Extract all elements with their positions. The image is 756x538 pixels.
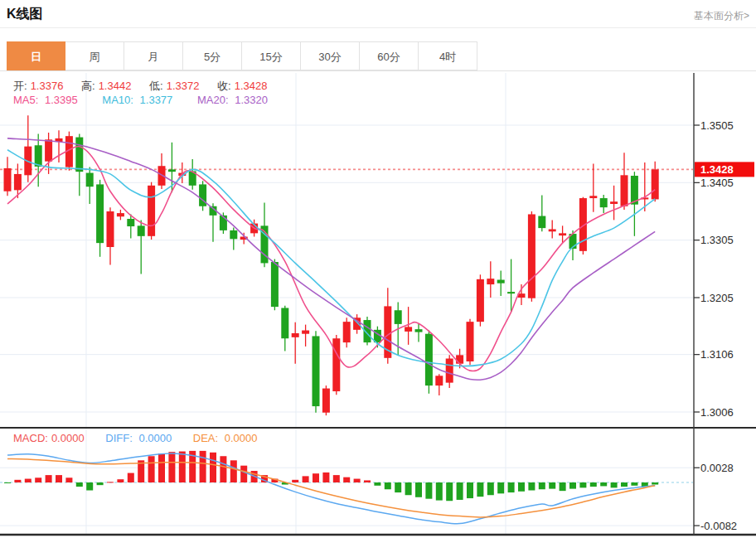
price-axis-label: 1.3305 — [700, 234, 734, 246]
ma20-value: 1.3320 — [235, 94, 268, 106]
diff-value: 0.0000 — [138, 432, 172, 444]
ma-legend: MA5: 1.3395 MA10: 1.3377 MA20: 1.3320 — [13, 94, 274, 106]
ma10-label: MA10: — [102, 94, 133, 106]
gridlines — [0, 73, 693, 535]
macd-axis-label: 0.0028 — [700, 462, 734, 474]
price-axis-label: 1.3205 — [700, 292, 734, 304]
ma20-label: MA20: — [197, 94, 229, 106]
ohlc-legend: 开:1.3376 高:1.3442 低:1.3372 收:1.3428 — [13, 79, 282, 94]
ma5-label: MA5: — [13, 94, 38, 106]
macd-label: MACD: — [13, 432, 48, 444]
dea-label: DEA: — [193, 432, 218, 444]
current-price-tag-value: 1.3428 — [700, 163, 734, 176]
high-label: 高: — [81, 80, 95, 92]
open-value: 1.3376 — [31, 80, 64, 92]
price-axis-label: 1.3006 — [700, 406, 734, 419]
close-value: 1.3428 — [235, 80, 268, 92]
macd-axis-label: -0.0082 — [700, 520, 737, 532]
kline-app: K线图 基本面分析> 日 周 月 5分 15分 30分 60分 4时 1.350… — [0, 0, 756, 538]
diff-label: DIFF: — [105, 432, 133, 444]
ma5-line — [7, 146, 655, 371]
close-label: 收: — [217, 80, 231, 92]
price-axis-label: 1.3405 — [700, 177, 734, 189]
price-axis-label: 1.3106 — [700, 348, 734, 361]
ma10-value: 1.3377 — [140, 94, 173, 106]
low-label: 低: — [149, 80, 163, 92]
high-value: 1.3442 — [99, 80, 132, 92]
low-value: 1.3372 — [167, 80, 200, 92]
price-axis-label: 1.3505 — [700, 119, 734, 132]
macd-value: 0.0000 — [51, 432, 85, 444]
open-label: 开: — [13, 80, 27, 92]
macd-histogram — [4, 451, 658, 501]
dea-value: 0.0000 — [225, 432, 258, 444]
ma5-value: 1.3395 — [45, 94, 78, 106]
macd-legend: MACD:0.0000 DIFF: 0.0000 DEA: 0.0000 — [13, 432, 264, 444]
